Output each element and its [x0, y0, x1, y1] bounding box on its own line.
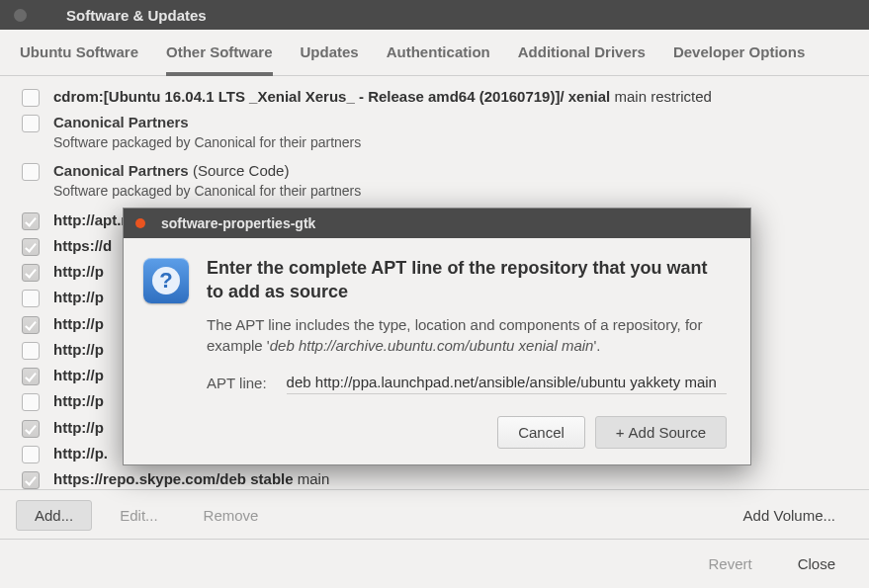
edit-button[interactable]: Edit... [102, 501, 175, 530]
dialog-titlebar: software-properties-gtk [124, 209, 750, 238]
source-subtitle: Software packaged by Canonical for their… [53, 182, 361, 201]
tab-other-software[interactable]: Other Software [166, 43, 273, 76]
add-button[interactable]: Add... [16, 500, 92, 531]
source-checkbox[interactable] [22, 264, 40, 282]
source-text: http://p [53, 391, 104, 411]
question-icon [143, 258, 189, 303]
dialog-desc-post: '. [593, 337, 600, 354]
apt-line-label: APT line: [207, 375, 267, 391]
close-button[interactable]: Close [780, 549, 853, 578]
source-row[interactable]: Canonical Partners (Source Code)Software… [16, 158, 853, 203]
tab-ubuntu-software[interactable]: Ubuntu Software [20, 43, 138, 76]
source-checkbox[interactable] [22, 342, 40, 360]
source-text: http://p [53, 288, 104, 307]
dialog-desc-example: deb http://archive.ubuntu.com/ubuntu xen… [270, 337, 594, 354]
window-close-icon[interactable] [14, 9, 27, 22]
source-text: https://repo.skype.com/deb stable main [53, 469, 329, 489]
add-volume-button[interactable]: Add Volume... [726, 501, 853, 530]
source-checkbox[interactable] [22, 316, 40, 334]
list-actions-bar: Add... Edit... Remove Add Volume... [0, 489, 869, 539]
tab-updates[interactable]: Updates [301, 43, 359, 76]
source-text: http://p [53, 366, 104, 385]
source-checkbox[interactable] [22, 212, 40, 230]
source-text: http://p [53, 340, 104, 360]
tab-developer-options[interactable]: Developer Options [673, 43, 805, 76]
source-checkbox[interactable] [22, 471, 40, 489]
main-window-titlebar: Software & Updates [0, 0, 869, 30]
plus-icon: + [616, 424, 625, 441]
source-checkbox[interactable] [22, 163, 40, 181]
source-checkbox[interactable] [22, 420, 40, 438]
add-source-label: Add Source [629, 424, 706, 441]
source-text: Canonical Partners (Source Code)Software… [53, 161, 361, 200]
remove-button[interactable]: Remove [186, 501, 277, 530]
source-text: http://p [53, 314, 104, 334]
source-checkbox[interactable] [22, 89, 40, 107]
cancel-button[interactable]: Cancel [497, 416, 585, 449]
dialog-heading: Enter the complete APT line of the repos… [207, 256, 727, 304]
tab-additional-drivers[interactable]: Additional Drivers [518, 43, 646, 76]
source-row[interactable]: Canonical PartnersSoftware packaged by C… [16, 110, 853, 154]
source-checkbox[interactable] [22, 115, 40, 132]
dialog-close-icon[interactable] [135, 218, 145, 228]
footer-bar: Revert Close [0, 539, 869, 588]
source-checkbox[interactable] [22, 393, 40, 411]
source-row[interactable]: https://repo.skype.com/deb stable main [16, 466, 853, 489]
dialog-description: The APT line includes the type, location… [207, 314, 727, 356]
source-text: http://p [53, 418, 104, 438]
source-checkbox[interactable] [22, 290, 40, 307]
source-checkbox[interactable] [22, 446, 40, 463]
source-text: cdrom:[Ubuntu 16.04.1 LTS _Xenial Xerus_… [53, 87, 712, 107]
revert-button[interactable]: Revert [690, 549, 769, 578]
source-subtitle: Software packaged by Canonical for their… [53, 133, 361, 152]
tabbar: Ubuntu SoftwareOther SoftwareUpdatesAuth… [0, 30, 869, 76]
source-text: http://p [53, 262, 104, 282]
source-checkbox[interactable] [22, 238, 40, 256]
window-title: Software & Updates [66, 7, 207, 24]
tab-authentication[interactable]: Authentication [387, 43, 490, 76]
apt-line-input[interactable] [287, 372, 727, 394]
source-text: Canonical PartnersSoftware packaged by C… [53, 113, 361, 151]
dialog-title: software-properties-gtk [161, 215, 315, 231]
source-checkbox[interactable] [22, 368, 40, 385]
add-source-dialog: software-properties-gtk Enter the comple… [123, 208, 751, 465]
add-source-button[interactable]: +Add Source [595, 416, 727, 449]
source-row[interactable]: cdrom:[Ubuntu 16.04.1 LTS _Xenial Xerus_… [16, 84, 853, 110]
source-text: https://d [53, 236, 112, 256]
source-text: http://p. [53, 444, 108, 463]
